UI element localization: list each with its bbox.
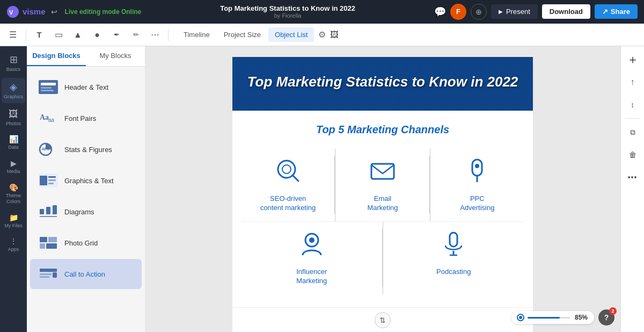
svg-rect-22 — [46, 243, 57, 249]
undo-button[interactable]: ↩ — [51, 8, 57, 16]
more-options-button[interactable]: ••• — [624, 168, 642, 186]
block-photo-grid[interactable]: Photo Grid — [30, 228, 142, 258]
left-sidebar: ⊞ Basics ◈ Graphics 🖼 Photos 📊 Data ▶ Me… — [0, 46, 27, 332]
tab-object-list[interactable]: Object List — [268, 27, 314, 42]
block-stats-figures[interactable]: 40% Stats & Figures — [30, 134, 142, 164]
settings-icon[interactable]: ⚙ — [318, 30, 326, 40]
download-button[interactable]: Download — [542, 4, 590, 19]
share-button[interactable]: ↗ Share — [595, 4, 638, 19]
add-button[interactable]: ＋ — [624, 50, 642, 69]
project-title-area: Top Marketing Statistics to Know in 2022… — [147, 4, 429, 19]
svg-text:aa: aa — [48, 117, 55, 123]
text-tool[interactable]: T — [31, 26, 48, 44]
resize-button[interactable]: ↕ — [624, 96, 642, 114]
tab-design-blocks[interactable]: Design Blocks — [27, 46, 86, 66]
circle-tool[interactable]: ● — [89, 26, 106, 44]
graphics-icon: ◈ — [10, 81, 17, 93]
ppc-label: PPCAdvertising — [460, 194, 494, 213]
svg-rect-16 — [46, 207, 50, 214]
zoom-fill — [528, 317, 560, 319]
svg-rect-23 — [40, 269, 57, 272]
block-label-diagrams: Diagrams — [64, 208, 94, 216]
topbar-actions: 💬 F ⊕ Present Download ↗ Share — [434, 4, 638, 20]
diagrams-svg — [39, 205, 58, 219]
pencil-tool[interactable]: ✏ — [127, 26, 144, 44]
sidebar-item-my-files[interactable]: 📁 My Files — [2, 210, 25, 232]
menu-icon[interactable]: ☰ — [4, 26, 21, 44]
svg-rect-4 — [41, 87, 52, 89]
block-header-text[interactable]: Header & Text — [30, 72, 142, 102]
delete-button[interactable]: 🗑 — [624, 146, 642, 164]
help-button[interactable]: ? 2 — [598, 309, 614, 326]
visme-wordmark: visme — [23, 7, 46, 16]
svg-rect-14 — [48, 183, 54, 184]
sidebar-item-basics[interactable]: ⊞ Basics — [2, 50, 25, 76]
sidebar-item-media[interactable]: ▶ Media — [2, 156, 25, 178]
svg-rect-13 — [48, 179, 56, 181]
my-files-icon: 📁 — [9, 213, 18, 222]
tab-my-blocks[interactable]: My Blocks — [86, 46, 145, 66]
block-call-to-action[interactable]: Call to Action — [30, 259, 142, 289]
pen-tool[interactable]: ✒ — [108, 26, 125, 44]
rect-tool[interactable]: ▭ — [50, 26, 67, 44]
svg-rect-19 — [40, 237, 47, 242]
scroll-indicator: ⇅ — [232, 307, 533, 332]
notification-badge: 2 — [609, 307, 617, 315]
sidebar-item-data[interactable]: 📊 Data — [2, 132, 25, 154]
present-button[interactable]: Present — [491, 4, 538, 19]
divider — [626, 118, 639, 119]
svg-rect-24 — [40, 273, 52, 275]
tab-timeline[interactable]: Timeline — [177, 27, 216, 42]
media-icon: ▶ — [11, 159, 17, 168]
divider2 — [168, 29, 169, 41]
sidebar-item-apps[interactable]: ⋮ Apps — [2, 234, 25, 256]
zoom-slider[interactable] — [528, 317, 570, 319]
svg-rect-20 — [48, 237, 57, 242]
zoom-control[interactable]: 85% — [511, 311, 594, 324]
block-diagrams[interactable]: Diagrams — [30, 197, 142, 227]
cta-svg — [39, 267, 58, 281]
project-title: Top Marketing Statistics to Know in 2022 — [147, 4, 429, 12]
podcasting-label: Podcasting — [436, 268, 471, 277]
svg-text:40%: 40% — [42, 147, 50, 151]
triangle-tool[interactable]: ▲ — [69, 26, 86, 44]
block-font-pairs[interactable]: Aa aa Font Pairs — [30, 103, 142, 133]
sidebar-item-photos[interactable]: 🖼 Photos — [2, 105, 25, 130]
header-text-icon — [39, 80, 58, 95]
channel-email: EmailMarketing — [335, 149, 429, 221]
data-icon: 📊 — [9, 135, 18, 143]
tab-project-size[interactable]: Project Size — [217, 27, 267, 42]
duplicate-button[interactable]: ⧉ — [624, 123, 642, 141]
right-sidebar: ＋ ↑ ↕ ⧉ 🗑 ••• — [620, 46, 644, 332]
apps-icon: ⋮ — [10, 237, 17, 246]
avatar[interactable]: F — [450, 4, 466, 20]
podcasting-icon — [440, 230, 467, 262]
diagrams-icon — [39, 204, 58, 219]
channel-influencer: InfluencerMarketing — [241, 222, 383, 294]
chat-icon[interactable]: 💬 — [434, 6, 446, 18]
channels-section: Top 5 Marketing Channels SEO-drivenconte… — [232, 111, 533, 307]
sidebar-item-graphics[interactable]: ◈ Graphics — [2, 78, 25, 103]
canvas-area[interactable]: Top Marketing Statistics to Know in 2022… — [145, 46, 620, 332]
svg-rect-30 — [371, 164, 394, 179]
channels-row2: InfluencerMarketing Podcasting — [241, 222, 524, 294]
secondary-toolbar: ☰ T ▭ ▲ ● ✒ ✏ ⋯ Timeline Project Size Ob… — [0, 24, 644, 46]
influencer-label: InfluencerMarketing — [296, 268, 327, 286]
more-tools[interactable]: ⋯ — [147, 26, 164, 44]
collaborators-icon[interactable]: ⊕ — [471, 4, 487, 20]
image-icon[interactable]: 🖼 — [330, 30, 339, 40]
bottom-bar: 85% ? 2 — [511, 309, 614, 326]
svg-rect-21 — [40, 243, 45, 249]
infographic-header: Top Marketing Statistics to Know in 2022 — [232, 57, 533, 111]
svg-rect-36 — [450, 233, 457, 247]
apps-label: Apps — [8, 247, 19, 252]
block-label-header-text: Header & Text — [64, 83, 108, 91]
photo-grid-icon — [39, 235, 58, 250]
sidebar-item-theme-colors[interactable]: 🎨 Theme Colors — [2, 180, 25, 208]
scroll-button[interactable]: ⇅ — [375, 312, 391, 328]
block-graphics-text[interactable]: Graphics & Text — [30, 165, 142, 196]
divider — [26, 29, 26, 41]
svg-rect-3 — [41, 83, 56, 85]
channels-row1: SEO-drivencontent marketing EmailMarketi… — [241, 149, 524, 222]
move-up-button[interactable]: ↑ — [624, 73, 642, 91]
